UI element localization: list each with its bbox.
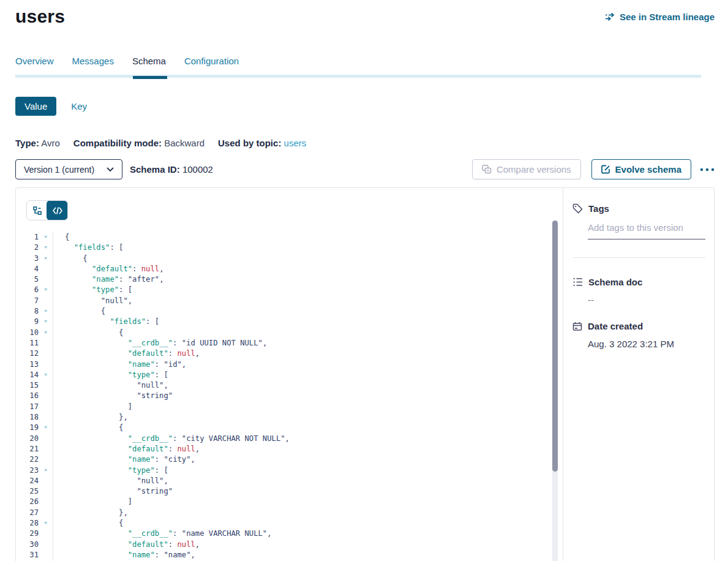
code-line-text: "__crdb__": "id UUID NOT NULL", — [53, 338, 267, 348]
line-number: 19 — [16, 423, 39, 433]
code-line: 6▼ "type": [ — [16, 285, 564, 295]
evolve-schema-label: Evolve schema — [615, 164, 681, 175]
code-scrollbar[interactable] — [552, 220, 558, 561]
tab-schema[interactable]: Schema — [132, 56, 166, 75]
code-line: 24 "null", — [16, 476, 564, 486]
line-number: 17 — [16, 402, 39, 412]
code-line-text: { — [53, 254, 88, 264]
code-line-text: "__crdb__": "name VARCHAR NULL", — [53, 529, 272, 539]
line-number: 14 — [16, 370, 39, 380]
line-number: 30 — [16, 540, 39, 550]
code-line-text: "name": "id", — [53, 360, 186, 370]
code-line: 5 "name": "after", — [16, 274, 564, 285]
schema-meta-row: Type: Avro Compatibility mode: Backward … — [15, 138, 715, 148]
collapse-toggle-icon[interactable]: ▼ — [39, 243, 53, 253]
code-line: 20 "__crdb__": "city VARCHAR NOT NULL", — [16, 434, 564, 444]
code-line: 12 "default": null, — [16, 348, 564, 359]
code-line-text: "null", — [53, 380, 168, 391]
value-toggle-button[interactable]: Value — [15, 97, 56, 116]
code-line: 1▼{ — [16, 232, 564, 243]
code-line-text: { — [53, 306, 105, 317]
code-line: 23▼ "type": [ — [16, 465, 564, 476]
collapse-toggle-icon[interactable]: ▼ — [39, 465, 53, 476]
code-line-text: ] — [53, 402, 132, 412]
sidebar-divider — [573, 257, 705, 258]
code-line-text: "fields": [ — [53, 243, 123, 253]
code-line-text: "null", — [53, 476, 168, 486]
code-line-text: "__crdb__": "city VARCHAR NOT NULL", — [53, 434, 290, 444]
schema-doc-icon — [572, 277, 583, 287]
code-line: 9▼ "fields": [ — [16, 317, 564, 327]
collapse-toggle-icon[interactable]: ▼ — [39, 306, 53, 317]
collapse-toggle-icon[interactable]: ▼ — [39, 518, 53, 529]
add-tags-input[interactable]: Add tags to this version — [588, 222, 705, 239]
version-select[interactable]: Version 1 (current) — [15, 159, 122, 179]
tab-bar: Overview Messages Schema Configuration — [15, 56, 715, 78]
line-number: 25 — [16, 486, 39, 497]
calendar-icon — [572, 322, 582, 331]
view-mode-toggle — [26, 200, 68, 220]
collapse-toggle-icon[interactable]: ▼ — [39, 423, 53, 433]
code-line: 29 "__crdb__": "name VARCHAR NULL", — [16, 529, 564, 539]
code-view-icon — [53, 207, 62, 214]
collapse-toggle-icon[interactable]: ▼ — [39, 254, 53, 264]
value-key-toggle: Value Key — [15, 97, 715, 116]
tab-messages[interactable]: Messages — [72, 56, 114, 75]
page-header: users See in Stream lineage — [15, 0, 715, 27]
code-line-text: "string" — [53, 391, 173, 401]
code-line-text: "null", — [53, 296, 132, 306]
code-line: 3▼ { — [16, 254, 564, 264]
code-line: 7 "null", — [16, 296, 564, 306]
schema-details-sidebar: Tags Add tags to this version Schema doc… — [563, 188, 714, 561]
compare-versions-button[interactable]: Compare versions — [472, 159, 581, 179]
see-in-stream-lineage-link[interactable]: See in Stream lineage — [605, 12, 715, 22]
line-number: 26 — [16, 497, 39, 507]
line-number: 10 — [16, 328, 39, 338]
code-line-text: "name": "name", — [53, 550, 195, 560]
collapse-toggle-icon[interactable]: ▼ — [39, 328, 53, 338]
tab-overview[interactable]: Overview — [15, 56, 54, 75]
version-toolbar: Version 1 (current) Schema ID: 100002 Co… — [15, 159, 715, 179]
code-line-text: "fields": [ — [53, 317, 159, 327]
collapse-toggle-icon[interactable]: ▼ — [39, 232, 53, 243]
code-line: 4 "default": null, — [16, 264, 564, 274]
page-title: users — [15, 6, 65, 27]
evolve-schema-button[interactable]: Evolve schema — [591, 159, 691, 179]
code-line: 17 ] — [16, 402, 564, 412]
line-number: 13 — [16, 360, 39, 370]
schema-code-editor[interactable]: 1▼{2▼ "fields": [3▼ {4 "default": null,5… — [16, 232, 564, 561]
code-line: 22 "name": "city", — [16, 454, 564, 465]
ellipsis-icon — [700, 168, 715, 171]
code-line: 8▼ { — [16, 306, 564, 317]
more-options-button[interactable] — [700, 168, 715, 171]
code-line: 30 "default": null, — [16, 540, 564, 550]
line-number: 22 — [16, 454, 39, 465]
code-line-text: "default": null, — [53, 444, 200, 454]
schema-viewer-card: 1▼{2▼ "fields": [3▼ {4 "default": null,5… — [15, 187, 715, 561]
code-line-text: "default": null, — [53, 348, 200, 359]
scrollbar-thumb[interactable] — [552, 220, 558, 472]
collapse-toggle-icon[interactable]: ▼ — [39, 317, 53, 327]
topic-link[interactable]: users — [284, 138, 307, 148]
code-line-text: "string" — [53, 486, 173, 497]
tree-view-button[interactable] — [27, 201, 47, 220]
line-number: 21 — [16, 444, 39, 454]
code-line: 11 "__crdb__": "id UUID NOT NULL", — [16, 338, 564, 348]
code-line-text: { — [53, 328, 123, 338]
line-number: 8 — [16, 306, 39, 317]
tab-configuration[interactable]: Configuration — [184, 56, 239, 75]
tab-track — [15, 75, 701, 78]
code-line-text: "type": [ — [53, 285, 132, 295]
type-value: Avro — [41, 138, 60, 148]
compat-label: Compatibility mode: — [73, 138, 162, 148]
line-number: 9 — [16, 317, 39, 327]
code-line-text: }, — [53, 412, 128, 423]
code-view-button[interactable] — [47, 200, 68, 220]
key-toggle-link[interactable]: Key — [71, 101, 87, 111]
line-number: 29 — [16, 529, 39, 539]
collapse-toggle-icon[interactable]: ▼ — [39, 285, 53, 295]
collapse-toggle-icon[interactable]: ▼ — [39, 370, 53, 380]
code-line-text: { — [53, 232, 69, 243]
line-number: 31 — [16, 550, 39, 560]
line-number: 3 — [16, 254, 39, 264]
